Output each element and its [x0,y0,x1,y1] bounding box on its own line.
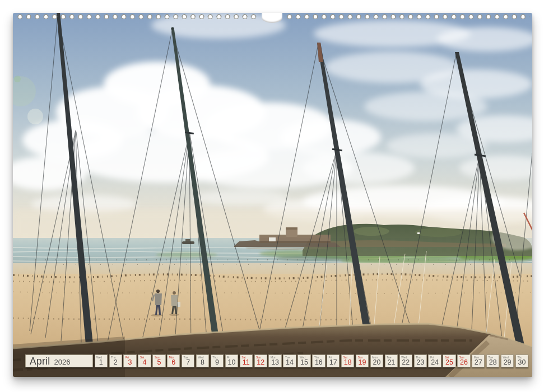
day-number: 10 [226,359,238,366]
calendar-mockup: April 2026 Wed 1 Thu 2 Fri 3 Sat 4 Sun 5… [0,0,544,392]
day-number: 30 [516,359,528,366]
day-cell: Wed 22 [399,354,412,367]
day-number: 19 [356,359,368,366]
day-cell: Wed 29 [501,354,514,367]
month-name: April [30,357,50,367]
day-cell: Tue 14 [283,354,296,367]
binding-holes-left [16,13,259,20]
day-cell: Thu 23 [414,354,427,367]
day-number: 13 [269,359,281,366]
day-cell: Thu 2 [109,354,122,367]
day-cell: Sat 4 [138,354,151,367]
beach-scene [13,13,532,377]
day-number: 22 [400,359,412,366]
day-number: 3 [124,359,136,366]
day-number: 8 [197,359,208,366]
day-cell: Tue 7 [182,354,194,367]
day-cell: Fri 10 [225,354,238,367]
day-number: 16 [313,359,324,366]
day-number: 20 [371,359,383,366]
day-number: 14 [283,359,295,366]
day-number: 5 [153,359,165,366]
fort-white-building [269,237,276,241]
day-cell: Tue 21 [385,354,398,367]
day-cell: Wed 1 [95,354,108,367]
day-cell: Mon 6 [167,354,180,367]
day-number: 28 [487,359,499,366]
calendar-page: April 2026 Wed 1 Thu 2 Fri 3 Sat 4 Sun 5… [13,13,532,377]
day-cell: Sat 11 [240,354,253,367]
day-number: 26 [458,359,469,366]
day-number: 15 [298,359,310,366]
day-number: 4 [138,359,150,366]
day-cell: Sun 19 [356,354,369,367]
day-cell: Mon 27 [472,354,485,367]
day-cell: Wed 8 [196,354,209,367]
day-number: 18 [342,359,354,366]
day-number: 9 [211,359,223,366]
day-number: 29 [501,359,513,366]
day-number: 6 [168,359,179,366]
day-cell: Sun 5 [152,354,165,367]
day-number: 7 [182,359,194,366]
day-cell: Mon 13 [268,354,281,367]
day-number: 21 [385,359,397,366]
day-number: 12 [255,359,267,366]
day-cell: Thu 9 [211,354,224,367]
day-number: 24 [429,359,440,366]
day-number: 23 [415,359,426,366]
day-cell: Wed 15 [297,354,310,367]
day-cell: Sun 12 [254,354,267,367]
binding-holes-right [285,13,529,20]
day-cell: Tue 28 [486,354,499,367]
day-number: 2 [110,359,122,366]
day-number: 1 [95,359,107,366]
day-cell: Thu 16 [312,354,325,367]
day-number: 17 [327,359,339,366]
day-cell: Fri 17 [327,354,340,367]
day-cell: Sat 18 [341,354,354,367]
day-number: 25 [443,359,455,366]
day-number: 27 [472,359,484,366]
day-cell: Sun 26 [457,354,470,367]
day-cell: Fri 24 [428,354,441,367]
year-label: 2026 [54,358,71,366]
day-cell: Thu 30 [515,354,528,367]
day-cell: Fri 3 [123,354,136,367]
day-cell: Sat 25 [443,354,455,367]
date-strip: April 2026 Wed 1 Thu 2 Fri 3 Sat 4 Sun 5… [25,354,528,367]
white-house [417,232,420,234]
month-box: April 2026 [25,354,93,367]
day-number: 11 [240,359,252,366]
day-cell: Mon 20 [370,354,383,367]
calendar-photo-beach-masts [13,13,532,377]
